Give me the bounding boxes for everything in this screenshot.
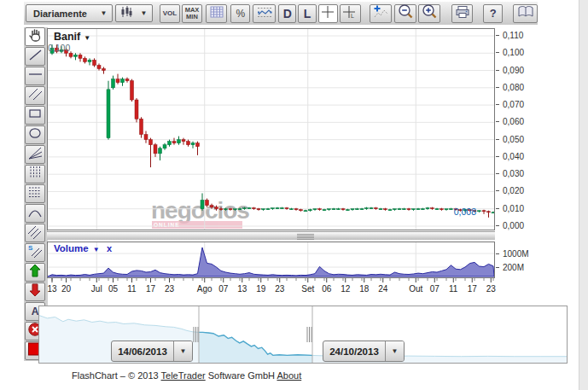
price-axis-label: 0,060: [496, 117, 524, 126]
grid-icon: [210, 6, 224, 21]
day-chart-button[interactable]: D: [278, 4, 296, 23]
fibonacci-retracement-tool[interactable]: [25, 184, 45, 203]
speed-lines-icon: S: [26, 243, 44, 262]
parallel-lines-icon: [26, 86, 44, 105]
crosshair-button[interactable]: [318, 4, 338, 23]
date-from-value: 14/06/2013: [112, 341, 173, 361]
band-icon: [256, 5, 273, 22]
zoom-in-icon: [421, 3, 438, 23]
price-axis-label: 0,100: [496, 48, 524, 57]
three-parallel-lines-icon: [26, 224, 44, 242]
add-indicator-button[interactable]: [370, 4, 393, 23]
time-axis-label: 23: [269, 284, 291, 294]
fan-lines-icon: [26, 145, 44, 164]
chevron-down-icon[interactable]: ▼: [173, 341, 192, 361]
time-axis-label: 24: [372, 284, 394, 294]
footer: FlashChart – © 2013 TeleTrader Software …: [72, 370, 301, 381]
main-chart[interactable]: negocios ONLINE Banif▼ 0,100 0,008: [47, 28, 495, 230]
first-price-label: 0,100: [48, 43, 70, 53]
horizontal-line-tool[interactable]: [25, 67, 45, 85]
price-axis-label: 0,010: [496, 204, 524, 213]
chevron-down-icon: ▼: [136, 9, 153, 17]
volume-close-button[interactable]: x: [107, 243, 112, 253]
grid-toggle-button[interactable]: [206, 4, 227, 23]
price-axis: 0,1100,1000,0900,0800,0700,0600,0500,040…: [496, 28, 543, 233]
zoom-out-button[interactable]: [394, 4, 416, 23]
price-axis-label: 0,030: [496, 169, 524, 178]
ellipse-tool[interactable]: [25, 125, 45, 144]
manual-button[interactable]: [513, 4, 538, 23]
diagonal-line-icon: [26, 47, 44, 66]
fibonacci-timezones-tool[interactable]: [25, 165, 45, 183]
chart-type-select[interactable]: ▼: [115, 4, 153, 22]
crosshair-l-icon: L: [342, 5, 358, 22]
time-axis-labels: 1320Jul05111723Ago07131923Set06121824Out…: [47, 284, 504, 295]
time-axis-label: 20: [55, 284, 78, 294]
symbol-label[interactable]: Banif▼: [54, 31, 90, 43]
volume-toggle-button[interactable]: VOL: [160, 4, 179, 23]
volume-axis-label: 1000M: [496, 249, 529, 259]
arc-tool[interactable]: [25, 204, 45, 223]
fan-lines-tool[interactable]: [25, 145, 45, 164]
volume-panel[interactable]: Volume▼ x: [47, 242, 495, 278]
help-button[interactable]: ?: [483, 4, 503, 23]
candlestick-plot[interactable]: [47, 28, 495, 230]
chevron-down-icon: ▼: [93, 246, 100, 253]
zoom-in-button[interactable]: [418, 4, 440, 23]
date-to-picker[interactable]: 24/10/2013 ▼: [323, 341, 405, 362]
date-from-picker[interactable]: 14/06/2013 ▼: [111, 341, 193, 362]
time-axis-label: 23: [480, 284, 502, 294]
rectangle-icon: [26, 106, 44, 125]
footer-text: FlashChart – © 2013: [72, 370, 161, 381]
vertical-dashed-lines-icon: [26, 165, 44, 183]
price-axis-label: 0,050: [496, 135, 524, 144]
price-axis-label: 0,080: [496, 83, 524, 92]
parallel-lines-tool[interactable]: [25, 86, 45, 105]
crosshair-label-button[interactable]: L: [340, 4, 361, 23]
chevron-down-icon[interactable]: ▼: [385, 341, 404, 361]
rectangle-tool[interactable]: [25, 106, 45, 125]
chevron-down-icon: ▼: [95, 9, 112, 17]
speed-lines-tool[interactable]: S: [25, 243, 45, 262]
ellipse-icon: [26, 125, 44, 144]
arc-icon: [26, 204, 44, 223]
splitter-grip-icon: [297, 234, 314, 240]
teletrader-link[interactable]: TeleTrader: [161, 370, 206, 381]
pan-hand-tool[interactable]: [25, 27, 45, 46]
top-toolbar: Diariamente ▼ ▼ VOL MAXMIN % D L L: [24, 2, 538, 25]
print-button[interactable]: [451, 4, 473, 23]
panel-splitter[interactable]: [47, 231, 495, 240]
percent-scale-button[interactable]: %: [230, 4, 250, 23]
scrollbar[interactable]: [579, 0, 588, 390]
period-select[interactable]: Diariamente ▼: [26, 4, 113, 22]
last-price-label: 0,008: [454, 207, 476, 217]
maxmin-toggle-button[interactable]: MAXMIN: [182, 4, 203, 23]
price-axis-label: 0,090: [496, 66, 524, 75]
printer-icon: [455, 5, 470, 22]
svg-text:L: L: [351, 12, 354, 18]
flashchart-app: Diariamente ▼ ▼ VOL MAXMIN % D L L: [0, 0, 588, 390]
book-icon: [516, 4, 535, 22]
volume-plot: [47, 242, 495, 278]
time-axis-ticks: [47, 278, 499, 284]
zoom-out-icon: [397, 3, 414, 23]
price-axis-label: 0,000: [496, 221, 524, 230]
chevron-down-icon: ▼: [84, 34, 90, 42]
time-axis-label: 23: [159, 284, 181, 294]
band-indicator-button[interactable]: [253, 4, 276, 23]
candlestick-icon: [116, 6, 133, 21]
volume-title[interactable]: Volume▼: [54, 243, 100, 253]
price-axis-label: 0,020: [496, 186, 524, 195]
crosshair-icon: [321, 5, 335, 22]
date-to-value: 24/10/2013: [323, 341, 385, 361]
trendline-tool[interactable]: [25, 47, 45, 66]
line-chart-button[interactable]: L: [298, 4, 316, 23]
about-link[interactable]: About: [277, 370, 301, 381]
buy-arrow-tool[interactable]: [25, 263, 45, 282]
horizontal-line-icon: [26, 67, 44, 85]
svg-text:S: S: [28, 244, 33, 252]
range-navigator[interactable]: 14/06/2013 ▼ 24/10/2013 ▼: [38, 306, 568, 364]
parallel-channel-tool[interactable]: [25, 224, 45, 242]
volume-axis-label: 200M: [496, 263, 524, 272]
hand-icon: [26, 27, 44, 46]
